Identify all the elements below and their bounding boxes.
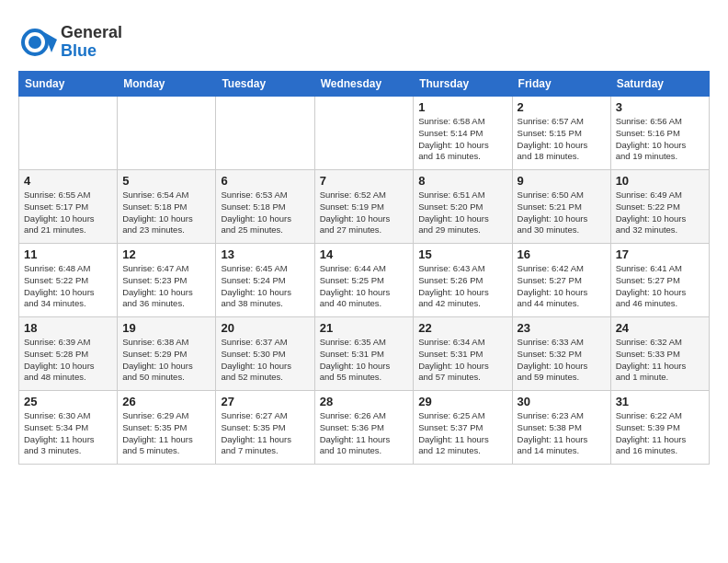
week-row-2: 4Sunrise: 6:55 AM Sunset: 5:17 PM Daylig… [19,170,710,244]
day-info: Sunrise: 6:43 AM Sunset: 5:26 PM Dayligh… [418,263,506,310]
day-info: Sunrise: 6:52 AM Sunset: 5:19 PM Dayligh… [320,190,409,236]
day-number: 14 [320,247,409,261]
day-info: Sunrise: 6:32 AM Sunset: 5:33 PM Dayligh… [616,337,704,384]
day-cell: 6Sunrise: 6:53 AM Sunset: 5:18 PM Daylig… [216,170,314,244]
day-number: 28 [320,395,409,408]
day-number: 8 [418,174,506,188]
week-row-1: 1Sunrise: 6:58 AM Sunset: 5:14 PM Daylig… [19,97,710,170]
day-cell [216,97,314,170]
day-number: 27 [221,395,309,408]
day-info: Sunrise: 6:35 AM Sunset: 5:31 PM Dayligh… [320,337,409,384]
day-cell: 5Sunrise: 6:54 AM Sunset: 5:18 PM Daylig… [118,170,216,244]
day-cell: 15Sunrise: 6:43 AM Sunset: 5:26 PM Dayli… [414,244,512,317]
header-cell-tuesday: Tuesday [216,72,314,97]
day-cell: 23Sunrise: 6:33 AM Sunset: 5:32 PM Dayli… [512,317,610,391]
day-info: Sunrise: 6:49 AM Sunset: 5:22 PM Dayligh… [616,190,704,236]
logo-text-line1: General [61,24,122,42]
day-info: Sunrise: 6:42 AM Sunset: 5:27 PM Dayligh… [518,263,606,310]
day-cell: 9Sunrise: 6:50 AM Sunset: 5:21 PM Daylig… [512,170,610,244]
day-info: Sunrise: 6:48 AM Sunset: 5:22 PM Dayligh… [24,263,112,310]
day-cell: 8Sunrise: 6:51 AM Sunset: 5:20 PM Daylig… [414,170,512,244]
day-number: 4 [24,174,112,188]
day-number: 5 [122,174,210,188]
day-number: 15 [418,247,506,261]
day-info: Sunrise: 6:45 AM Sunset: 5:24 PM Dayligh… [221,263,309,310]
day-cell: 7Sunrise: 6:52 AM Sunset: 5:19 PM Daylig… [314,170,414,244]
header-cell-sunday: Sunday [19,72,118,97]
day-info: Sunrise: 6:39 AM Sunset: 5:28 PM Dayligh… [24,337,112,384]
day-info: Sunrise: 6:54 AM Sunset: 5:18 PM Dayligh… [122,190,210,236]
day-number: 19 [122,321,210,335]
day-number: 16 [518,247,606,261]
day-cell: 13Sunrise: 6:45 AM Sunset: 5:24 PM Dayli… [216,244,314,317]
day-number: 21 [320,321,409,335]
day-cell [118,97,216,170]
calendar-table: SundayMondayTuesdayWednesdayThursdayFrid… [18,71,710,465]
day-cell: 27Sunrise: 6:27 AM Sunset: 5:35 PM Dayli… [216,391,314,465]
day-number: 10 [616,174,704,188]
day-cell: 10Sunrise: 6:49 AM Sunset: 5:22 PM Dayli… [610,170,709,244]
day-number: 11 [24,247,112,261]
day-number: 18 [24,321,112,335]
week-row-4: 18Sunrise: 6:39 AM Sunset: 5:28 PM Dayli… [19,317,710,391]
day-cell: 3Sunrise: 6:56 AM Sunset: 5:16 PM Daylig… [610,97,709,170]
day-cell: 1Sunrise: 6:58 AM Sunset: 5:14 PM Daylig… [414,97,512,170]
day-cell: 30Sunrise: 6:23 AM Sunset: 5:38 PM Dayli… [512,391,610,465]
day-cell: 11Sunrise: 6:48 AM Sunset: 5:22 PM Dayli… [19,244,118,317]
day-number: 23 [518,321,606,335]
day-cell: 31Sunrise: 6:22 AM Sunset: 5:39 PM Dayli… [610,391,709,465]
svg-point-1 [28,36,41,49]
day-info: Sunrise: 6:58 AM Sunset: 5:14 PM Dayligh… [418,116,506,163]
day-cell: 4Sunrise: 6:55 AM Sunset: 5:17 PM Daylig… [19,170,118,244]
day-cell: 19Sunrise: 6:38 AM Sunset: 5:29 PM Dayli… [118,317,216,391]
day-cell: 20Sunrise: 6:37 AM Sunset: 5:30 PM Dayli… [216,317,314,391]
day-number: 31 [616,395,704,408]
day-info: Sunrise: 6:41 AM Sunset: 5:27 PM Dayligh… [616,263,704,310]
day-info: Sunrise: 6:33 AM Sunset: 5:32 PM Dayligh… [518,337,606,384]
header-row: SundayMondayTuesdayWednesdayThursdayFrid… [19,72,710,97]
day-number: 17 [616,247,704,261]
day-number: 20 [221,321,309,335]
logo-icon [18,23,57,62]
day-info: Sunrise: 6:23 AM Sunset: 5:38 PM Dayligh… [518,410,606,457]
day-info: Sunrise: 6:44 AM Sunset: 5:25 PM Dayligh… [320,263,409,310]
logo-text-line2: Blue [61,42,122,61]
day-number: 3 [616,100,704,114]
day-info: Sunrise: 6:38 AM Sunset: 5:29 PM Dayligh… [122,337,210,384]
day-cell: 14Sunrise: 6:44 AM Sunset: 5:25 PM Dayli… [314,244,414,317]
day-info: Sunrise: 6:47 AM Sunset: 5:23 PM Dayligh… [122,263,210,310]
header-cell-friday: Friday [512,72,610,97]
day-cell [314,97,414,170]
week-row-5: 25Sunrise: 6:30 AM Sunset: 5:34 PM Dayli… [19,391,710,465]
day-number: 29 [418,395,506,408]
day-info: Sunrise: 6:56 AM Sunset: 5:16 PM Dayligh… [616,116,704,163]
header-cell-monday: Monday [118,72,216,97]
header-cell-wednesday: Wednesday [314,72,414,97]
day-cell [19,97,118,170]
logo: General Blue [18,23,122,62]
day-cell: 24Sunrise: 6:32 AM Sunset: 5:33 PM Dayli… [610,317,709,391]
day-info: Sunrise: 6:27 AM Sunset: 5:35 PM Dayligh… [221,410,309,457]
day-info: Sunrise: 6:22 AM Sunset: 5:39 PM Dayligh… [616,410,704,457]
day-number: 2 [518,100,606,114]
day-number: 30 [518,395,606,408]
day-info: Sunrise: 6:34 AM Sunset: 5:31 PM Dayligh… [418,337,506,384]
day-number: 9 [518,174,606,188]
calendar-header: SundayMondayTuesdayWednesdayThursdayFrid… [19,72,710,97]
day-info: Sunrise: 6:55 AM Sunset: 5:17 PM Dayligh… [24,190,112,236]
day-cell: 28Sunrise: 6:26 AM Sunset: 5:36 PM Dayli… [314,391,414,465]
day-cell: 17Sunrise: 6:41 AM Sunset: 5:27 PM Dayli… [610,244,709,317]
week-row-3: 11Sunrise: 6:48 AM Sunset: 5:22 PM Dayli… [19,244,710,317]
day-info: Sunrise: 6:57 AM Sunset: 5:15 PM Dayligh… [518,116,606,163]
day-number: 1 [418,100,506,114]
day-cell: 18Sunrise: 6:39 AM Sunset: 5:28 PM Dayli… [19,317,118,391]
day-cell: 12Sunrise: 6:47 AM Sunset: 5:23 PM Dayli… [118,244,216,317]
day-number: 12 [122,247,210,261]
day-info: Sunrise: 6:26 AM Sunset: 5:36 PM Dayligh… [320,410,409,457]
day-number: 24 [616,321,704,335]
day-info: Sunrise: 6:51 AM Sunset: 5:20 PM Dayligh… [418,190,506,236]
day-number: 22 [418,321,506,335]
calendar-body: 1Sunrise: 6:58 AM Sunset: 5:14 PM Daylig… [19,97,710,465]
day-info: Sunrise: 6:50 AM Sunset: 5:21 PM Dayligh… [518,190,606,236]
day-info: Sunrise: 6:37 AM Sunset: 5:30 PM Dayligh… [221,337,309,384]
